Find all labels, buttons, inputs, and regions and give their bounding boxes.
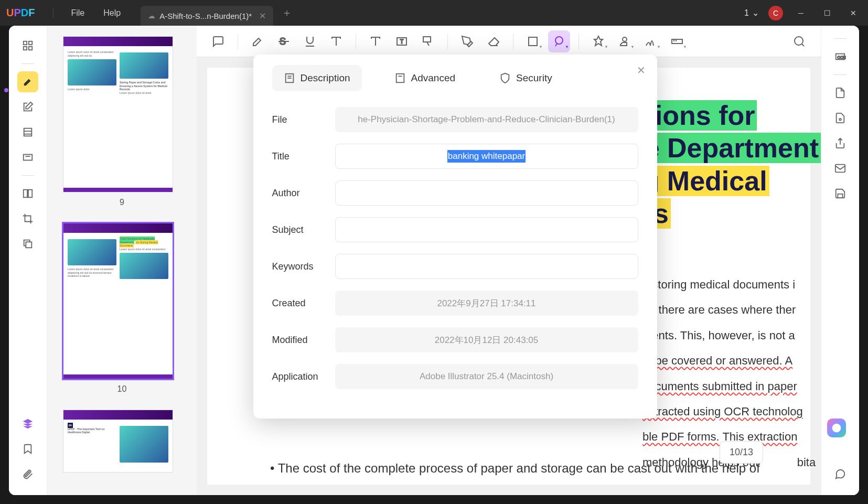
separator <box>22 63 34 64</box>
svg-line-28 <box>802 44 804 46</box>
tab-title: A-Shift-to-S...n-Burden(1)* <box>159 12 252 20</box>
subject-input[interactable] <box>335 217 638 242</box>
close-button[interactable]: ✕ <box>845 9 862 17</box>
measure-tool[interactable]: ▼ <box>666 30 688 52</box>
callout-tool[interactable] <box>417 30 439 52</box>
close-icon[interactable]: ✕ <box>259 11 266 21</box>
title-input[interactable]: banking whitepapar <box>335 144 638 169</box>
email-icon[interactable] <box>830 158 851 179</box>
svg-rect-0 <box>24 41 27 45</box>
svg-line-20 <box>427 42 429 46</box>
eraser-tool[interactable] <box>483 30 505 52</box>
thumbnail-page-9[interactable]: Lorem ipsum dolor sit amet consectetur a… <box>63 36 181 207</box>
share-icon[interactable] <box>830 133 851 154</box>
comment-tool[interactable] <box>207 30 229 52</box>
bookmark-icon[interactable] <box>17 438 38 459</box>
edit-icon[interactable] <box>17 96 38 117</box>
tab-security[interactable]: Security <box>488 65 564 91</box>
protect-icon[interactable] <box>830 108 851 128</box>
save-icon[interactable] <box>830 183 851 204</box>
svg-rect-11 <box>26 242 31 248</box>
chat-icon[interactable] <box>830 464 851 485</box>
thumbnail-page-11[interactable]: 04UPDF - The Important Tool on Healthcar… <box>63 410 181 473</box>
svg-text:T: T <box>400 39 403 45</box>
svg-rect-10 <box>28 190 32 198</box>
svg-rect-1 <box>29 41 32 45</box>
search-icon[interactable] <box>788 30 810 52</box>
author-input[interactable] <box>335 180 638 206</box>
thumbnails-icon[interactable] <box>17 35 38 56</box>
menu-file[interactable]: File <box>61 8 94 18</box>
app-logo: UPDF <box>6 7 35 19</box>
file-value: he-Physician-Shortage-Problem-and-Reduce… <box>335 107 638 132</box>
chevron-down-icon: ⌄ <box>752 8 759 18</box>
modal-tabs: Description Advanced Security <box>253 55 657 91</box>
shapes-tool[interactable]: ▼ <box>522 30 544 52</box>
svg-rect-2 <box>24 47 27 50</box>
created-value: 2022年9月27日 17:34:11 <box>335 291 638 316</box>
properties-modal: ✕ Description Advanced Security File he-… <box>253 55 657 419</box>
crop-icon[interactable] <box>17 208 38 229</box>
modal-body: File he-Physician-Shortage-Problem-and-R… <box>253 91 657 406</box>
form-icon[interactable] <box>17 147 38 168</box>
svg-rect-3 <box>29 47 32 50</box>
close-icon[interactable]: ✕ <box>637 64 646 77</box>
svg-point-27 <box>795 37 803 45</box>
svg-rect-19 <box>423 37 431 42</box>
ai-assistant-icon[interactable] <box>827 419 846 437</box>
typewriter-tool[interactable] <box>365 30 387 52</box>
svg-point-31 <box>839 119 841 121</box>
menu-help[interactable]: Help <box>94 8 130 18</box>
pin-tool[interactable]: ▼ <box>587 30 609 52</box>
document-tab[interactable]: ☁ A-Shift-to-S...n-Burden(1)* ✕ <box>141 6 273 26</box>
thumbnail-number: 10 <box>63 384 181 394</box>
new-tab-button[interactable]: ＋ <box>282 6 292 20</box>
convert-icon[interactable] <box>830 82 851 103</box>
page-organize-icon[interactable] <box>17 122 38 143</box>
svg-rect-33 <box>835 165 845 173</box>
thumbnail-page-10[interactable]: Lorem ipsum dolor sit amet consectetur a… <box>63 223 181 394</box>
modified-label: Modified <box>272 335 335 346</box>
separator <box>22 175 34 176</box>
text-tool[interactable] <box>325 30 347 52</box>
strikethrough-tool[interactable]: S <box>273 30 295 52</box>
page-indicator[interactable]: 10/13 <box>720 441 763 464</box>
stamp-tool[interactable]: ▼ <box>614 30 636 52</box>
titlebar: UPDF File Help ☁ A-Shift-to-S...n-Burden… <box>0 0 868 26</box>
highlight-tool[interactable] <box>247 30 269 52</box>
keywords-input[interactable] <box>335 254 638 279</box>
ocr-icon[interactable]: OCR <box>830 46 851 67</box>
divider <box>53 8 53 18</box>
minimize-button[interactable]: ─ <box>792 9 809 17</box>
highlighter-icon[interactable] <box>17 71 38 92</box>
svg-point-23 <box>623 37 627 41</box>
subject-label: Subject <box>272 224 335 235</box>
maximize-button[interactable]: ☐ <box>819 9 835 17</box>
svg-rect-9 <box>24 190 27 198</box>
author-label: Author <box>272 188 335 199</box>
file-label: File <box>272 114 335 125</box>
tab-advanced[interactable]: Advanced <box>383 65 467 91</box>
attachment-icon[interactable] <box>17 464 38 485</box>
layers-icon[interactable] <box>17 413 38 434</box>
svg-text:OCR: OCR <box>838 55 846 60</box>
copy-icon[interactable] <box>17 233 38 254</box>
textbox-tool[interactable]: T <box>391 30 413 52</box>
thumbnail-panel: Lorem ipsum dolor sit amet consectetur a… <box>47 26 197 495</box>
underline-tool[interactable] <box>299 30 321 52</box>
tab-description[interactable]: Description <box>272 65 362 91</box>
svg-rect-4 <box>24 128 32 136</box>
created-label: Created <box>272 298 335 309</box>
active-indicator <box>4 88 8 92</box>
svg-point-22 <box>555 37 563 44</box>
compare-icon[interactable] <box>17 183 38 204</box>
user-avatar[interactable]: C <box>768 6 783 20</box>
title-label: Title <box>272 151 335 162</box>
signature-tool[interactable]: ▼ <box>640 30 662 52</box>
application-value: Adobe Illustrator 25.4 (Macintosh) <box>335 364 638 389</box>
pencil-tool[interactable] <box>456 30 478 52</box>
lasso-tool[interactable]: ▼ <box>548 30 570 52</box>
page-dropdown[interactable]: 1 ⌄ <box>744 8 759 18</box>
annotation-toolbar: S T ▼ ▼ ▼ ▼ ▼ ▼ <box>197 26 821 57</box>
svg-rect-37 <box>396 74 404 83</box>
